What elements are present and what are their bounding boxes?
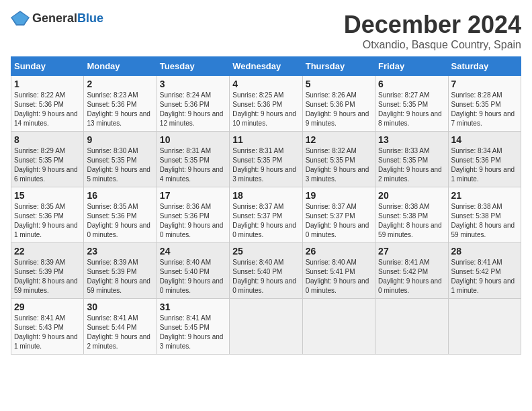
calendar-week-3: 15Sunrise: 8:35 AMSunset: 5:36 PMDayligh… (11, 187, 521, 243)
calendar-cell: 27Sunrise: 8:41 AMSunset: 5:42 PMDayligh… (375, 243, 448, 299)
calendar-cell: 13Sunrise: 8:33 AMSunset: 5:35 PMDayligh… (375, 132, 448, 187)
day-header-wednesday: Wednesday (230, 57, 302, 76)
cell-info: Sunrise: 8:26 AMSunset: 5:36 PMDaylight:… (306, 91, 369, 127)
calendar-week-2: 8Sunrise: 8:29 AMSunset: 5:35 PMDaylight… (11, 132, 521, 187)
calendar-body: 1Sunrise: 8:22 AMSunset: 5:36 PMDaylight… (11, 76, 521, 355)
day-header-sunday: Sunday (11, 57, 84, 76)
cell-info: Sunrise: 8:41 AMSunset: 5:43 PMDaylight:… (14, 314, 78, 350)
calendar-cell: 18Sunrise: 8:37 AMSunset: 5:37 PMDayligh… (230, 187, 302, 243)
day-number: 27 (378, 246, 445, 257)
calendar-cell: 8Sunrise: 8:29 AMSunset: 5:35 PMDaylight… (11, 132, 84, 187)
day-number: 23 (87, 246, 153, 257)
header: GeneralBlue December 2024 Otxandio, Basq… (11, 11, 521, 51)
day-header-friday: Friday (375, 57, 448, 76)
day-number: 1 (14, 79, 81, 89)
calendar-cell: 15Sunrise: 8:35 AMSunset: 5:36 PMDayligh… (11, 187, 84, 243)
day-header-saturday: Saturday (448, 57, 521, 76)
cell-info: Sunrise: 8:27 AMSunset: 5:35 PMDaylight:… (378, 91, 442, 127)
calendar-cell: 9Sunrise: 8:30 AMSunset: 5:35 PMDaylight… (84, 132, 157, 187)
day-number: 15 (14, 190, 81, 201)
cell-info: Sunrise: 8:31 AMSunset: 5:35 PMDaylight:… (232, 147, 296, 183)
day-number: 9 (87, 134, 153, 145)
calendar-cell: 17Sunrise: 8:36 AMSunset: 5:36 PMDayligh… (157, 187, 229, 243)
cell-info: Sunrise: 8:23 AMSunset: 5:36 PMDaylight:… (87, 91, 150, 127)
calendar-cell: 14Sunrise: 8:34 AMSunset: 5:36 PMDayligh… (448, 132, 521, 187)
calendar-cell: 28Sunrise: 8:41 AMSunset: 5:42 PMDayligh… (448, 243, 521, 299)
calendar-cell: 2Sunrise: 8:23 AMSunset: 5:36 PMDaylight… (84, 76, 157, 132)
calendar-cell: 21Sunrise: 8:38 AMSunset: 5:38 PMDayligh… (448, 187, 521, 243)
cell-info: Sunrise: 8:32 AMSunset: 5:35 PMDaylight:… (306, 147, 369, 183)
day-number: 26 (306, 246, 372, 257)
cell-info: Sunrise: 8:31 AMSunset: 5:35 PMDaylight:… (160, 147, 224, 183)
calendar-cell: 5Sunrise: 8:26 AMSunset: 5:36 PMDaylight… (302, 76, 375, 132)
calendar-cell: 1Sunrise: 8:22 AMSunset: 5:36 PMDaylight… (11, 76, 84, 132)
cell-info: Sunrise: 8:22 AMSunset: 5:36 PMDaylight:… (14, 91, 78, 127)
day-number: 25 (232, 246, 299, 257)
day-header-thursday: Thursday (302, 57, 375, 76)
cell-info: Sunrise: 8:41 AMSunset: 5:45 PMDaylight:… (160, 314, 224, 350)
calendar-cell (230, 299, 302, 355)
day-header-monday: Monday (84, 57, 157, 76)
calendar-cell: 6Sunrise: 8:27 AMSunset: 5:35 PMDaylight… (375, 76, 448, 132)
day-number: 19 (306, 190, 372, 201)
day-number: 18 (232, 190, 299, 201)
cell-info: Sunrise: 8:39 AMSunset: 5:39 PMDaylight:… (87, 259, 150, 294)
cell-info: Sunrise: 8:35 AMSunset: 5:36 PMDaylight:… (14, 203, 78, 238)
cell-info: Sunrise: 8:40 AMSunset: 5:40 PMDaylight:… (232, 259, 296, 294)
calendar-cell: 12Sunrise: 8:32 AMSunset: 5:35 PMDayligh… (302, 132, 375, 187)
cell-info: Sunrise: 8:37 AMSunset: 5:37 PMDaylight:… (306, 203, 369, 238)
cell-info: Sunrise: 8:25 AMSunset: 5:36 PMDaylight:… (232, 91, 296, 127)
calendar-cell: 3Sunrise: 8:24 AMSunset: 5:36 PMDaylight… (157, 76, 229, 132)
calendar-cell: 7Sunrise: 8:28 AMSunset: 5:35 PMDaylight… (448, 76, 521, 132)
day-number: 28 (451, 246, 518, 257)
calendar-cell: 22Sunrise: 8:39 AMSunset: 5:39 PMDayligh… (11, 243, 84, 299)
day-number: 16 (87, 190, 153, 201)
cell-info: Sunrise: 8:34 AMSunset: 5:36 PMDaylight:… (451, 147, 515, 183)
calendar-cell: 24Sunrise: 8:40 AMSunset: 5:40 PMDayligh… (157, 243, 229, 299)
cell-info: Sunrise: 8:35 AMSunset: 5:36 PMDaylight:… (87, 203, 150, 238)
calendar-cell: 23Sunrise: 8:39 AMSunset: 5:39 PMDayligh… (84, 243, 157, 299)
cell-info: Sunrise: 8:28 AMSunset: 5:35 PMDaylight:… (451, 91, 515, 127)
day-number: 21 (451, 190, 518, 201)
title-area: December 2024 Otxandio, Basque Country, … (344, 11, 521, 51)
cell-info: Sunrise: 8:24 AMSunset: 5:36 PMDaylight:… (160, 91, 224, 127)
calendar-cell: 25Sunrise: 8:40 AMSunset: 5:40 PMDayligh… (230, 243, 302, 299)
calendar-cell: 16Sunrise: 8:35 AMSunset: 5:36 PMDayligh… (84, 187, 157, 243)
cell-info: Sunrise: 8:40 AMSunset: 5:40 PMDaylight:… (160, 259, 224, 294)
day-number: 13 (378, 134, 445, 145)
day-number: 4 (232, 79, 299, 89)
calendar-cell: 20Sunrise: 8:38 AMSunset: 5:38 PMDayligh… (375, 187, 448, 243)
cell-info: Sunrise: 8:40 AMSunset: 5:41 PMDaylight:… (306, 259, 369, 294)
calendar-cell: 31Sunrise: 8:41 AMSunset: 5:45 PMDayligh… (157, 299, 229, 355)
calendar-cell: 4Sunrise: 8:25 AMSunset: 5:36 PMDaylight… (230, 76, 302, 132)
day-number: 6 (378, 79, 445, 89)
cell-info: Sunrise: 8:41 AMSunset: 5:44 PMDaylight:… (87, 314, 150, 350)
cell-info: Sunrise: 8:36 AMSunset: 5:36 PMDaylight:… (160, 203, 224, 238)
day-number: 3 (160, 79, 226, 89)
calendar-cell: 11Sunrise: 8:31 AMSunset: 5:35 PMDayligh… (230, 132, 302, 187)
cell-info: Sunrise: 8:39 AMSunset: 5:39 PMDaylight:… (14, 259, 78, 294)
calendar-table: SundayMondayTuesdayWednesdayThursdayFrid… (11, 56, 521, 355)
calendar-cell: 29Sunrise: 8:41 AMSunset: 5:43 PMDayligh… (11, 299, 84, 355)
calendar-header-row: SundayMondayTuesdayWednesdayThursdayFrid… (11, 57, 521, 76)
day-number: 24 (160, 246, 226, 257)
logo-icon (11, 11, 30, 26)
calendar-cell: 30Sunrise: 8:41 AMSunset: 5:44 PMDayligh… (84, 299, 157, 355)
calendar-cell: 26Sunrise: 8:40 AMSunset: 5:41 PMDayligh… (302, 243, 375, 299)
day-number: 8 (14, 134, 81, 145)
calendar-cell: 19Sunrise: 8:37 AMSunset: 5:37 PMDayligh… (302, 187, 375, 243)
cell-info: Sunrise: 8:30 AMSunset: 5:35 PMDaylight:… (87, 147, 150, 183)
day-number: 2 (87, 79, 153, 89)
day-number: 20 (378, 190, 445, 201)
calendar-cell (302, 299, 375, 355)
calendar-week-5: 29Sunrise: 8:41 AMSunset: 5:43 PMDayligh… (11, 299, 521, 355)
day-number: 12 (306, 134, 372, 145)
cell-info: Sunrise: 8:41 AMSunset: 5:42 PMDaylight:… (451, 259, 515, 294)
calendar-cell (448, 299, 521, 355)
day-number: 31 (160, 302, 226, 312)
logo-text-blue: Blue (77, 11, 103, 25)
day-number: 17 (160, 190, 226, 201)
day-number: 22 (14, 246, 81, 257)
cell-info: Sunrise: 8:38 AMSunset: 5:38 PMDaylight:… (451, 203, 515, 238)
calendar-cell: 10Sunrise: 8:31 AMSunset: 5:35 PMDayligh… (157, 132, 229, 187)
